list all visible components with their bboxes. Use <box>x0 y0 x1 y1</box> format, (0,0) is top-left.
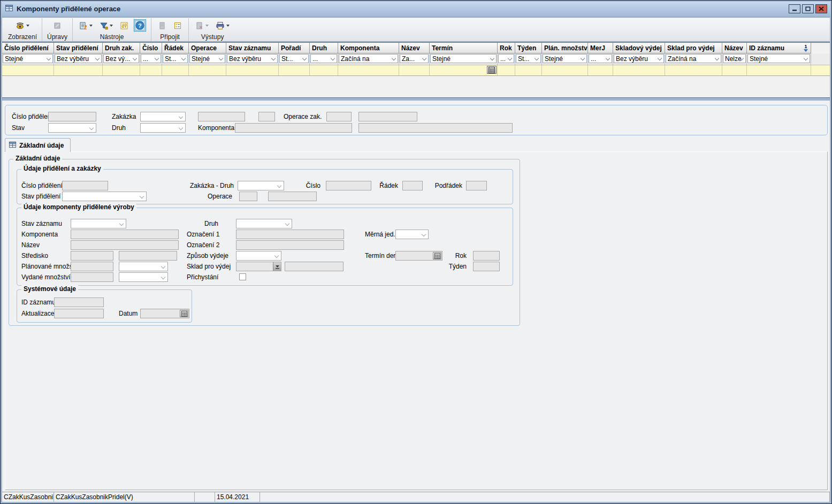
column-header-label: Termín <box>432 43 453 53</box>
filter-operator-cell: St... <box>515 54 542 65</box>
filter-operator-select[interactable]: Bez výběru <box>227 54 278 63</box>
merna-jed-select[interactable] <box>395 230 429 239</box>
column-header[interactable]: Druh zak. <box>103 43 140 54</box>
checklist-button[interactable] <box>172 20 184 32</box>
zpusob-vydeje-select[interactable] <box>236 251 281 261</box>
filter-operator-select[interactable]: Stejné <box>747 54 810 63</box>
column-header[interactable]: Termín <box>430 43 498 54</box>
column-header[interactable]: Komponenta <box>338 43 399 54</box>
quick-zakazka-select[interactable] <box>140 112 186 121</box>
filter-value-cell[interactable] <box>588 65 613 75</box>
prichystani-checkbox[interactable] <box>239 273 246 280</box>
filter-value-cell[interactable] <box>613 65 665 75</box>
column-header-label: Pořadí <box>281 43 301 53</box>
stav-prideleni-select[interactable] <box>62 192 147 201</box>
column-header[interactable]: Číslo přidělení <box>2 43 54 54</box>
column-header[interactable]: Sklad pro výdej <box>665 43 722 54</box>
filter-operator-select[interactable]: Začíná na <box>666 54 721 63</box>
column-header[interactable]: Druh <box>310 43 338 54</box>
filter-operator-select[interactable]: Bez výběru <box>614 54 664 63</box>
column-header[interactable]: Název <box>722 43 747 54</box>
filter-value-cell[interactable] <box>498 65 515 75</box>
filter-value-cell[interactable] <box>54 65 103 75</box>
filter-value-cell[interactable] <box>140 65 162 75</box>
column-header[interactable]: Rok <box>498 43 515 54</box>
column-header[interactable]: Plán. množství <box>542 43 588 54</box>
filter-value-cell[interactable] <box>722 65 747 75</box>
filter-value-cell[interactable] <box>665 65 722 75</box>
filter-operator-select[interactable]: Bez vý... <box>103 54 139 63</box>
print-button[interactable] <box>214 20 231 32</box>
vydane-mnozstvi-merj-select[interactable] <box>119 272 168 282</box>
filter-operator-select[interactable]: Stejné <box>189 54 225 63</box>
filter-operator-select[interactable]: ... <box>589 54 612 63</box>
column-header[interactable]: Pořadí <box>279 43 310 54</box>
planovane-mnozstvi-merj-select[interactable] <box>119 262 168 271</box>
stav-zaznamu-select[interactable] <box>71 219 126 228</box>
group-udaje-prideleni-title: Údaje přidělení a zakázky <box>21 165 103 172</box>
maximize-button[interactable] <box>802 4 814 13</box>
datum-calendar-button <box>180 310 188 317</box>
toolbar-group-label: Úpravy <box>47 33 67 41</box>
column-header[interactable]: Název <box>399 43 430 54</box>
tab-zakladni-udaje[interactable]: Základní údaje <box>5 138 71 152</box>
filter-operator-select[interactable]: St... <box>279 54 309 63</box>
filter-button[interactable] <box>98 20 115 32</box>
column-header[interactable]: Operace <box>189 43 226 54</box>
parameters-button[interactable] <box>118 20 130 32</box>
column-header[interactable]: Číslo <box>140 43 162 54</box>
filter-operator-select[interactable]: Stejné <box>543 54 587 63</box>
filter-value-cell[interactable] <box>338 65 399 75</box>
quick-druh-select[interactable] <box>140 123 186 133</box>
zakazka-druh-select[interactable] <box>238 181 284 190</box>
filter-operator-select[interactable]: St... <box>163 54 188 63</box>
calendar-button[interactable] <box>487 66 497 74</box>
column-header[interactable]: Týden <box>515 43 542 54</box>
column-header[interactable]: MerJ <box>588 43 613 54</box>
filter-value-cell[interactable] <box>2 65 54 75</box>
filter-operator-select[interactable]: ... <box>310 54 337 63</box>
filter-operator-select[interactable]: Stejné <box>430 54 497 63</box>
column-header[interactable]: Stav přidělení <box>54 43 103 54</box>
quick-stav-select[interactable] <box>48 123 96 133</box>
filter-value-cell[interactable] <box>189 65 226 75</box>
window-title: Komponenty přidělené operace <box>17 5 785 13</box>
actions-button[interactable] <box>78 20 94 32</box>
filter-operator-select[interactable]: Začíná na <box>339 54 398 63</box>
grid-filter-value-row <box>2 65 830 76</box>
filter-operator-select[interactable]: Za... <box>400 54 429 63</box>
help-button[interactable]: ? <box>134 19 146 32</box>
column-header[interactable]: Stav záznamu <box>226 43 279 54</box>
grid-body[interactable] <box>2 76 830 98</box>
filter-operator-select[interactable]: St... <box>516 54 541 63</box>
filter-value-cell[interactable] <box>430 65 498 75</box>
filter-value-cell[interactable] <box>515 65 542 75</box>
column-header[interactable]: Skladový výdej <box>613 43 665 54</box>
view-button[interactable] <box>14 20 31 32</box>
column-header[interactable]: ID záznamu1 <box>747 43 811 54</box>
quick-operace-zak-input <box>326 112 352 121</box>
filter-value-cell[interactable] <box>399 65 430 75</box>
filter-funnel-icon <box>100 21 108 30</box>
filter-operator-select[interactable]: ... <box>498 54 514 63</box>
filter-operator-cell: ... <box>140 54 162 65</box>
filter-operator-select[interactable]: Nelze <box>723 54 746 63</box>
help-icon: ? <box>135 21 144 30</box>
filter-value-cell[interactable] <box>747 65 811 75</box>
filter-value-cell[interactable] <box>310 65 338 75</box>
filter-value-cell[interactable] <box>279 65 310 75</box>
minimize-button[interactable] <box>789 4 800 13</box>
filter-value-cell[interactable] <box>162 65 189 75</box>
filter-value-cell[interactable] <box>226 65 279 75</box>
oznaceni2-input <box>236 240 344 250</box>
filter-value-cell[interactable] <box>542 65 588 75</box>
filter-operator-select[interactable]: ... <box>141 54 161 63</box>
column-header[interactable]: Řádek <box>162 43 189 54</box>
filter-operator-select[interactable]: Stejné <box>3 54 53 63</box>
filter-operator-select[interactable]: Bez výběru <box>55 54 102 63</box>
druh-select[interactable] <box>236 219 292 228</box>
toolbar-group-5: Výstupy <box>188 18 236 41</box>
close-button[interactable] <box>815 4 827 13</box>
datum-input <box>140 309 189 318</box>
filter-value-cell[interactable] <box>103 65 140 75</box>
